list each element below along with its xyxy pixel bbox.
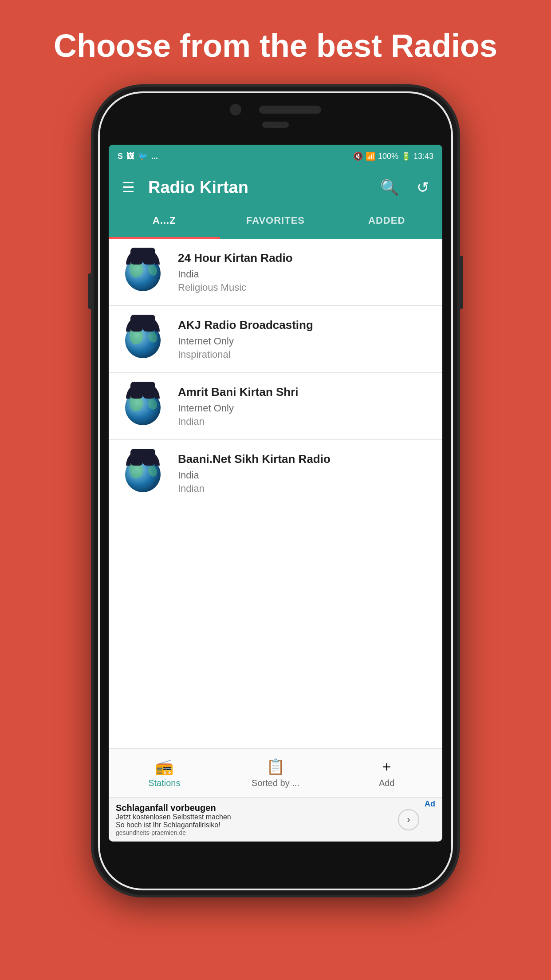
stations-label: Stations bbox=[148, 778, 180, 788]
station-country: Internet Only bbox=[178, 403, 433, 414]
station-info: Amrit Bani Kirtan Shri Internet Only Ind… bbox=[178, 385, 433, 427]
ad-sub2-text: So hoch ist Ihr Schlaganfallrisiko! bbox=[116, 821, 393, 829]
status-left: S 🖼 🐦 ... bbox=[118, 151, 158, 161]
globe-headphones-icon bbox=[118, 449, 167, 498]
ad-main-text: Schlaganfall vorbeugen bbox=[116, 803, 393, 813]
tab-favorites[interactable]: FAVORITES bbox=[220, 207, 331, 239]
station-logo bbox=[118, 382, 167, 431]
status-icon-image: 🖼 bbox=[126, 152, 134, 161]
station-info: AKJ Radio Broadcasting Internet Only Ins… bbox=[178, 318, 433, 360]
headphone-left-cup bbox=[130, 449, 143, 466]
ad-banner[interactable]: Schlaganfall vorbeugen Jetzt kostenlosen… bbox=[109, 797, 442, 842]
search-icon[interactable]: 🔍 bbox=[376, 174, 403, 201]
tab-bar: A...Z FAVORITES ADDED bbox=[109, 207, 442, 239]
nav-item-add[interactable]: + Add bbox=[331, 758, 442, 788]
sorted-icon: 📋 bbox=[266, 758, 285, 775]
globe-headphones-icon bbox=[118, 382, 167, 431]
station-genre: Indian bbox=[178, 483, 433, 494]
front-sensor bbox=[262, 122, 289, 128]
globe-headphones-icon bbox=[118, 248, 167, 296]
station-info: Baani.Net Sikh Kirtan Radio India Indian bbox=[178, 452, 433, 494]
list-item[interactable]: Baani.Net Sikh Kirtan Radio India Indian bbox=[109, 440, 442, 506]
station-country: India bbox=[178, 269, 433, 280]
headphone-left-cup bbox=[130, 382, 143, 399]
page-headline: Choose from the best Radios bbox=[18, 0, 533, 87]
station-logo bbox=[118, 248, 167, 296]
station-list: 24 Hour Kirtan Radio India Religious Mus… bbox=[109, 239, 442, 748]
mute-icon: 🔇 bbox=[353, 151, 363, 161]
refresh-icon[interactable]: ↺ bbox=[412, 174, 433, 201]
app-toolbar: ☰ Radio Kirtan 🔍 ↺ bbox=[109, 168, 442, 207]
nav-item-sorted[interactable]: 📋 Sorted by ... bbox=[220, 758, 331, 788]
front-camera bbox=[230, 104, 241, 115]
add-icon: + bbox=[382, 758, 391, 775]
stations-icon: 📻 bbox=[155, 758, 173, 775]
phone-screen: S 🖼 🐦 ... 🔇 📶 100% 🔋 13:43 ☰ Radio Kirta… bbox=[109, 145, 442, 842]
list-item[interactable]: Amrit Bani Kirtan Shri Internet Only Ind… bbox=[109, 373, 442, 440]
phone-top-bar bbox=[230, 104, 321, 115]
station-name: 24 Hour Kirtan Radio bbox=[178, 251, 433, 265]
headphone-right-cup bbox=[143, 449, 155, 466]
earpiece-speaker bbox=[259, 106, 321, 114]
station-name: AKJ Radio Broadcasting bbox=[178, 318, 433, 332]
wifi-icon: 📶 bbox=[366, 151, 375, 161]
station-logo bbox=[118, 315, 167, 364]
app-title: Radio Kirtan bbox=[148, 178, 367, 197]
status-icon-twitter: 🐦 bbox=[138, 151, 148, 161]
headphone-right-cup bbox=[143, 382, 155, 399]
status-bar: S 🖼 🐦 ... 🔇 📶 100% 🔋 13:43 bbox=[109, 145, 442, 168]
headphones-band bbox=[126, 315, 160, 332]
station-logo bbox=[118, 449, 167, 498]
station-country: India bbox=[178, 470, 433, 481]
add-label: Add bbox=[379, 778, 395, 788]
headphones-band bbox=[126, 382, 160, 399]
clock: 13:43 bbox=[413, 152, 433, 161]
station-genre: Inspirational bbox=[178, 349, 433, 360]
volume-button bbox=[88, 273, 94, 309]
headphones-band bbox=[126, 449, 160, 466]
status-icon-more: ... bbox=[151, 152, 158, 161]
ad-url: gesundheits-praemien.de bbox=[116, 829, 393, 836]
station-name: Baani.Net Sikh Kirtan Radio bbox=[178, 452, 433, 466]
headphone-right-cup bbox=[143, 315, 155, 332]
station-country: Internet Only bbox=[178, 336, 433, 347]
ad-sub-text: Jetzt kostenlosen Selbsttest machen bbox=[116, 813, 393, 821]
headphone-left-cup bbox=[130, 248, 143, 265]
headphone-left-cup bbox=[130, 315, 143, 332]
sorted-label: Sorted by ... bbox=[252, 778, 299, 788]
battery-icon: 🔋 bbox=[401, 151, 411, 161]
power-button bbox=[457, 256, 463, 309]
bottom-navigation: 📻 Stations 📋 Sorted by ... + Add bbox=[109, 748, 442, 797]
menu-icon[interactable]: ☰ bbox=[118, 174, 139, 200]
ad-chevron-button[interactable]: › bbox=[398, 809, 419, 830]
status-icon-s: S bbox=[118, 152, 123, 161]
list-item[interactable]: 24 Hour Kirtan Radio India Religious Mus… bbox=[109, 239, 442, 306]
battery-percent: 100% bbox=[378, 152, 398, 161]
globe-headphones-icon bbox=[118, 315, 167, 364]
tab-added[interactable]: ADDED bbox=[331, 207, 442, 239]
station-genre: Religious Music bbox=[178, 282, 433, 293]
list-item[interactable]: AKJ Radio Broadcasting Internet Only Ins… bbox=[109, 306, 442, 373]
station-genre: Indian bbox=[178, 416, 433, 427]
station-name: Amrit Bani Kirtan Shri bbox=[178, 385, 433, 399]
ad-text: Schlaganfall vorbeugen Jetzt kostenlosen… bbox=[116, 803, 393, 836]
phone-mockup: S 🖼 🐦 ... 🔇 📶 100% 🔋 13:43 ☰ Radio Kirta… bbox=[94, 87, 457, 895]
headphones-band bbox=[126, 248, 160, 265]
station-info: 24 Hour Kirtan Radio India Religious Mus… bbox=[178, 251, 433, 293]
status-right: 🔇 📶 100% 🔋 13:43 bbox=[353, 151, 433, 161]
tab-az[interactable]: A...Z bbox=[109, 207, 220, 239]
nav-item-stations[interactable]: 📻 Stations bbox=[109, 758, 220, 788]
headphone-right-cup bbox=[143, 248, 155, 265]
ad-label: Ad bbox=[425, 798, 435, 809]
